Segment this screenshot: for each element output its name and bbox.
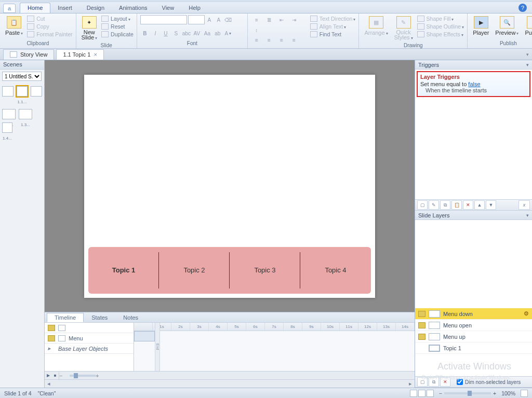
zoom-in-timeline[interactable]: + [96, 373, 106, 379]
layout-button[interactable]: Layout [101, 15, 134, 22]
shape-effects-button[interactable]: Shape Effects [417, 31, 464, 38]
justify-button[interactable]: ≡ [288, 35, 300, 45]
scene-thumb[interactable]: 1.4... [2, 122, 12, 133]
publish-button[interactable]: ⬆ Publish [523, 15, 532, 37]
delete-layer-button[interactable]: ✕ [440, 377, 450, 387]
layer-row-menu-up[interactable]: Menu up [415, 331, 532, 342]
gear-icon[interactable]: ⚙ [524, 310, 529, 317]
ribbon-tab-help[interactable]: Help [181, 3, 208, 13]
triggers-header[interactable]: Triggers▾ [415, 60, 532, 70]
dim-layers-toggle[interactable]: Dim non-selected layers [457, 379, 521, 385]
fit-window-button[interactable] [521, 390, 528, 397]
trigger-item[interactable]: Layer Triggers Set menu equal to false W… [417, 71, 530, 97]
expand-icon[interactable]: ▸ [48, 345, 55, 352]
new-slide-button[interactable]: ✦ New Slide [79, 15, 99, 42]
ribbon-tab-animations[interactable]: Animations [112, 3, 154, 13]
scene-selector[interactable]: 1 Untitled S... [2, 72, 42, 81]
layer-row-topic-1[interactable]: Topic 1 [415, 342, 532, 354]
grow-font-button[interactable]: A [205, 15, 214, 24]
underline-button[interactable]: U [161, 29, 170, 38]
tab-notes[interactable]: Notes [115, 313, 146, 322]
timeline-row-base[interactable]: ▸Base Layer Objects [45, 344, 134, 354]
bullets-button[interactable]: ≡ [251, 15, 262, 24]
play-button[interactable]: ▶ [45, 372, 52, 379]
copy-trigger-button[interactable]: ⧉ [440, 200, 450, 210]
dec-indent-button[interactable]: ⇤ [276, 15, 287, 24]
layer-row-menu-open[interactable]: Menu open [415, 320, 532, 331]
layer-row-menu-down[interactable]: Menu down⚙ [415, 308, 532, 320]
paste-trigger-button[interactable]: 📋 [451, 200, 462, 210]
scene-thumb-selected[interactable]: 1.1... [17, 86, 28, 97]
lock-icon[interactable] [58, 325, 65, 331]
inc-indent-button[interactable]: ⇥ [288, 15, 300, 24]
align-center-button[interactable]: ≡ [263, 35, 275, 45]
slide-tab-1[interactable]: Topic 1 [88, 247, 159, 294]
move-up-button[interactable]: ▲ [474, 200, 485, 210]
scene-thumb[interactable] [31, 86, 42, 97]
scene-thumb[interactable] [2, 86, 14, 97]
bold-button[interactable]: B [140, 29, 150, 38]
view-normal-icon[interactable] [410, 390, 417, 397]
arrange-button[interactable]: ▦ Arrange [362, 15, 390, 37]
line-spacing-button[interactable]: ↕ [251, 25, 262, 35]
highlight-button[interactable]: ab [213, 29, 222, 38]
shape-outline-button[interactable]: Shape Outline [417, 23, 464, 30]
shrink-font-button[interactable]: A [214, 15, 223, 24]
zoom-out-button[interactable]: − [439, 390, 442, 396]
timeline-track[interactable]: 1s 2s 3s 4s 5s 6s 7s 8s 9s 10s 11s 12s 1… [134, 323, 415, 371]
font-size-select[interactable] [188, 15, 205, 24]
collapse-icon[interactable]: ▾ [526, 213, 529, 218]
trigger-value-link[interactable]: false [468, 81, 480, 87]
app-icon[interactable]: a [3, 4, 16, 13]
paste-button[interactable]: 📋 Paste [3, 15, 25, 37]
new-trigger-button[interactable]: ▢ [417, 200, 428, 210]
preview-button[interactable]: 🔍 Preview [493, 15, 521, 37]
timeline-clip[interactable] [134, 331, 155, 341]
align-right-button[interactable]: ≡ [276, 35, 287, 45]
text-direction-button[interactable]: Text Direction [310, 15, 356, 22]
dropdown-arrow-icon[interactable]: ▾ [526, 52, 529, 57]
collapse-icon[interactable]: ▾ [526, 62, 529, 67]
variables-button[interactable]: x [518, 200, 530, 210]
zoom-slider[interactable] [444, 392, 491, 394]
timeline-row-menu[interactable]: Menu [45, 333, 134, 344]
edit-trigger-button[interactable]: ✎ [429, 200, 439, 210]
slide-tab-2[interactable]: Topic 2 [159, 247, 230, 294]
visibility-icon[interactable] [48, 325, 55, 331]
spacing-button[interactable]: AV [192, 29, 202, 38]
duplicate-layer-button[interactable]: ⧉ [429, 377, 439, 387]
delete-trigger-button[interactable]: ✕ [463, 200, 473, 210]
visibility-icon[interactable] [418, 334, 425, 340]
lock-icon[interactable] [58, 335, 65, 341]
new-layer-button[interactable]: ▢ [417, 377, 428, 387]
tab-story-view[interactable]: Story View [3, 49, 54, 60]
slide-canvas[interactable]: Topic 1 Topic 2 Topic 3 Topic 4 [45, 60, 415, 312]
format-painter-button[interactable]: Format Painter [27, 31, 72, 38]
zoom-in-button[interactable]: + [493, 390, 496, 396]
copy-button[interactable]: Copy [27, 23, 72, 30]
slide-layers-header[interactable]: Slide Layers▾ [415, 211, 532, 220]
move-down-button[interactable]: ▼ [486, 200, 496, 210]
player-button[interactable]: ▶ Player [471, 15, 491, 37]
timeline-row[interactable] [45, 323, 134, 333]
visibility-icon[interactable] [418, 322, 425, 328]
align-text-button[interactable]: Align Text [310, 23, 356, 30]
font-family-select[interactable] [140, 15, 187, 24]
timeline-zoom-slider[interactable] [70, 375, 96, 377]
slide-tab-4[interactable]: Topic 4 [300, 247, 371, 294]
find-text-button[interactable]: Find Text [310, 31, 356, 38]
dim-checkbox[interactable] [457, 379, 463, 385]
scene-thumb[interactable]: 1.2... [2, 109, 16, 119]
case-button[interactable]: Aa [203, 29, 212, 38]
zoom-out-timeline[interactable]: − [59, 373, 70, 379]
slide-tab-3[interactable]: Topic 3 [230, 247, 300, 294]
ribbon-tab-view[interactable]: View [155, 3, 182, 13]
ribbon-tab-insert[interactable]: Insert [50, 3, 79, 13]
timeline-end-marker[interactable]: End [155, 323, 160, 371]
tab-timeline[interactable]: Timeline [47, 313, 84, 322]
scene-thumb[interactable]: 1.3... [19, 109, 32, 119]
view-sorter-icon[interactable] [418, 390, 425, 397]
align-left-button[interactable]: ≡ [251, 35, 262, 45]
duplicate-button[interactable]: Duplicate [101, 31, 134, 38]
reset-button[interactable]: Reset [101, 23, 134, 30]
